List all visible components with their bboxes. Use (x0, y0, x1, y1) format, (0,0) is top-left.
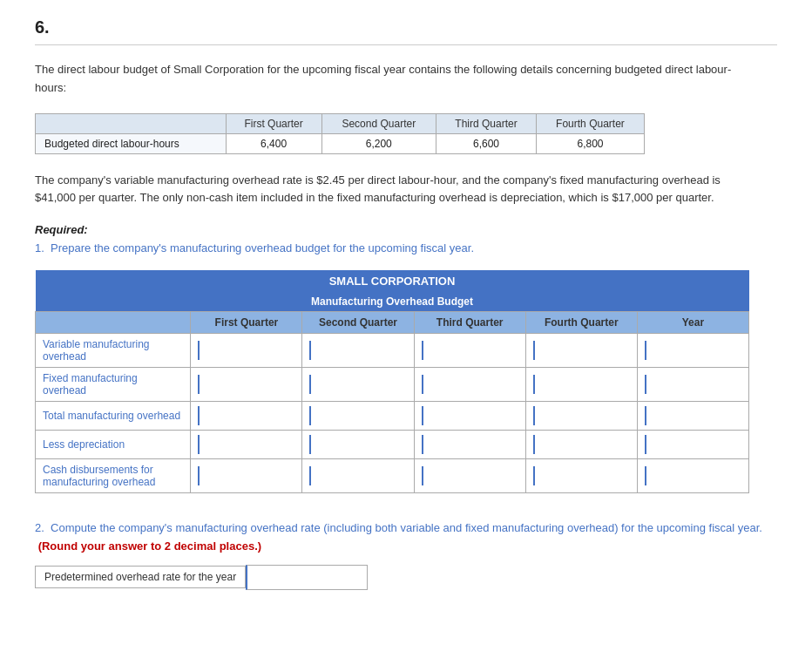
predetermined-input[interactable] (246, 565, 368, 590)
depr-q1-cell[interactable] (191, 430, 302, 458)
fixed-q3-cell[interactable] (414, 367, 525, 401)
predetermined-label: Predetermined overhead rate for the year (35, 566, 246, 588)
total-q4-input[interactable] (533, 406, 630, 425)
item2-text: 2. Compute the company's manufacturing o… (35, 519, 777, 556)
fixed-q1-cell[interactable] (191, 367, 302, 401)
depr-q4-input[interactable] (533, 435, 630, 454)
row-label-variable: Variable manufacturing overhead (36, 333, 191, 367)
variable-q1-cell[interactable] (191, 333, 302, 367)
cash-q1-input[interactable] (198, 466, 294, 485)
variable-year-input[interactable] (645, 341, 741, 360)
dlh-header-q1: First Quarter (226, 113, 321, 133)
cash-q4-cell[interactable] (525, 458, 637, 492)
col-header-q2: Second Quarter (302, 311, 414, 333)
section-2: 2. Compute the company's manufacturing o… (35, 519, 777, 590)
table-row-cash: Cash disbursements for manufacturing ove… (36, 458, 749, 492)
dlh-q2-value: 6,200 (321, 133, 436, 153)
budget-table: SMALL CORPORATION Manufacturing Overhead… (35, 270, 749, 493)
variable-q4-cell[interactable] (525, 333, 637, 367)
col-header-q3: Third Quarter (414, 311, 525, 333)
total-q3-cell[interactable] (414, 401, 525, 430)
row-label-total: Total manufacturing overhead (36, 401, 191, 430)
cash-q3-input[interactable] (422, 466, 518, 485)
depr-q3-input[interactable] (422, 435, 518, 454)
fixed-year-input[interactable] (645, 375, 741, 394)
cash-q2-input[interactable] (309, 466, 406, 485)
table-row-variable: Variable manufacturing overhead (36, 333, 749, 367)
table-row-fixed: Fixed manufacturing overhead (36, 367, 749, 401)
fixed-year-cell[interactable] (637, 367, 748, 401)
item2-number: 2. (35, 521, 44, 534)
table-row-total: Total manufacturing overhead (36, 401, 749, 430)
fixed-q4-input[interactable] (533, 375, 630, 394)
depr-q2-cell[interactable] (302, 430, 414, 458)
cash-q4-input[interactable] (533, 466, 630, 485)
fixed-q3-input[interactable] (422, 375, 518, 394)
dlh-table: First Quarter Second Quarter Third Quart… (35, 113, 645, 154)
question-number: 6. (35, 17, 777, 45)
dlh-header-empty (36, 113, 227, 133)
fixed-q1-input[interactable] (198, 375, 294, 394)
dlh-row-label: Budgeted direct labour-hours (36, 133, 227, 153)
dlh-q3-value: 6,600 (436, 133, 537, 153)
total-q1-cell[interactable] (191, 401, 302, 430)
total-q2-input[interactable] (309, 406, 406, 425)
fixed-q2-cell[interactable] (302, 367, 414, 401)
company-para: The company's variable manufacturing ove… (35, 172, 749, 208)
table-row-depreciation: Less depreciation (36, 430, 749, 458)
col-header-q4: Fourth Quarter (525, 311, 637, 333)
col-header-empty (36, 311, 191, 333)
variable-q4-input[interactable] (533, 341, 630, 360)
col-header-year: Year (637, 311, 748, 333)
item2-round-note: (Round your answer to 2 decimal places.) (38, 539, 261, 553)
depr-q2-input[interactable] (309, 435, 406, 454)
row-label-depreciation: Less depreciation (36, 430, 191, 458)
depr-q3-cell[interactable] (414, 430, 525, 458)
cash-q1-cell[interactable] (191, 458, 302, 492)
dlh-header-q2: Second Quarter (321, 113, 436, 133)
total-q3-input[interactable] (422, 406, 518, 425)
dlh-q1-value: 6,400 (226, 133, 321, 153)
item2-label: Compute the company's manufacturing over… (51, 521, 762, 534)
required-label: Required: (35, 223, 777, 236)
variable-q1-input[interactable] (198, 341, 294, 360)
intro-text: The direct labour budget of Small Corpor… (35, 61, 749, 98)
predetermined-row: Predetermined overhead rate for the year (35, 565, 777, 590)
dlh-header-q4: Fourth Quarter (536, 113, 644, 133)
cash-year-input[interactable] (645, 466, 741, 485)
item1-label: Prepare the company's manufacturing over… (51, 241, 474, 254)
fixed-q4-cell[interactable] (525, 367, 637, 401)
depr-year-input[interactable] (645, 435, 741, 454)
variable-q2-cell[interactable] (302, 333, 414, 367)
col-header-q1: First Quarter (191, 311, 302, 333)
cash-year-cell[interactable] (637, 458, 748, 492)
total-q4-cell[interactable] (525, 401, 637, 430)
budget-title: SMALL CORPORATION (36, 270, 749, 292)
item1-number: 1. (35, 241, 44, 254)
total-q1-input[interactable] (198, 406, 294, 425)
row-label-fixed: Fixed manufacturing overhead (36, 367, 191, 401)
variable-q2-input[interactable] (309, 341, 406, 360)
row-label-cash: Cash disbursements for manufacturing ove… (36, 458, 191, 492)
total-year-cell[interactable] (637, 401, 748, 430)
cash-q3-cell[interactable] (414, 458, 525, 492)
variable-q3-cell[interactable] (414, 333, 525, 367)
variable-year-cell[interactable] (637, 333, 748, 367)
variable-q3-input[interactable] (422, 341, 518, 360)
budget-subtitle: Manufacturing Overhead Budget (36, 292, 749, 312)
dlh-header-q3: Third Quarter (436, 113, 537, 133)
total-q2-cell[interactable] (302, 401, 414, 430)
depr-year-cell[interactable] (637, 430, 748, 458)
fixed-q2-input[interactable] (309, 375, 406, 394)
dlh-row: Budgeted direct labour-hours 6,400 6,200… (36, 133, 645, 153)
cash-q2-cell[interactable] (302, 458, 414, 492)
item1-text: 1. Prepare the company's manufacturing o… (35, 240, 777, 258)
total-year-input[interactable] (645, 406, 741, 425)
dlh-q4-value: 6,800 (536, 133, 644, 153)
depr-q1-input[interactable] (198, 435, 294, 454)
depr-q4-cell[interactable] (525, 430, 637, 458)
